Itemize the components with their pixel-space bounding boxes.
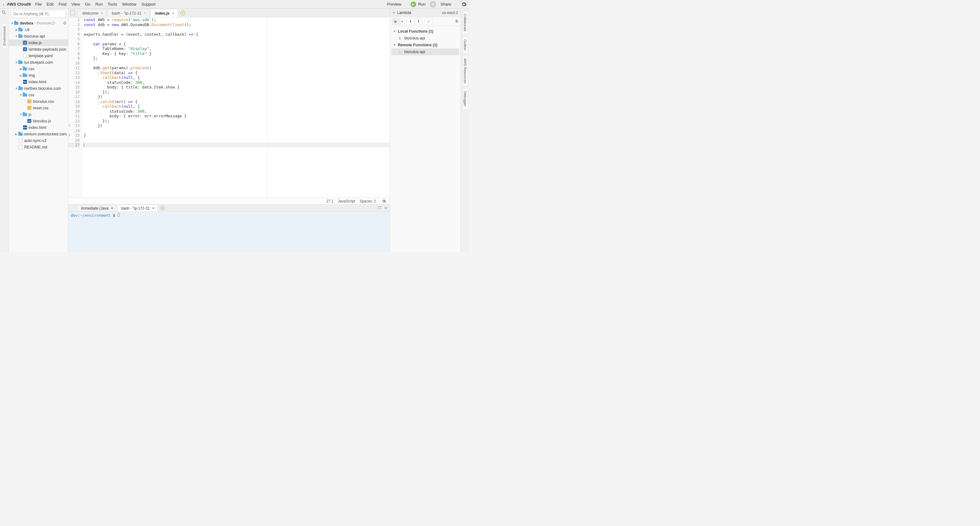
close-tab-icon[interactable]: × (144, 11, 146, 16)
upload-icon[interactable]: ⬆ (415, 18, 422, 25)
line-number[interactable]: 22 (68, 119, 80, 124)
line-number[interactable]: 10 (68, 61, 80, 66)
editor-tab[interactable]: Welcome× (78, 9, 107, 17)
file-tree[interactable]: ▼devbox - /home/ec2-⚙▶.c9▼bioculus-api◇i… (9, 19, 68, 252)
code-line[interactable]: }; (84, 56, 390, 61)
code-line[interactable]: }) (84, 123, 390, 128)
line-number[interactable]: 18 (68, 99, 80, 104)
spaces-setting[interactable]: Spaces: 2 (360, 199, 376, 203)
code-line[interactable]: Key: { key: "title" } (84, 51, 390, 56)
menu-view[interactable]: View (72, 2, 80, 6)
line-number[interactable]: 16 (68, 90, 80, 95)
tree-item[interactable]: ▶css (9, 65, 68, 72)
tree-item[interactable]: ▶img (9, 72, 68, 78)
tree-root[interactable]: ▼devbox - /home/ec2-⚙ (9, 20, 68, 26)
tree-item[interactable]: htmindex.html (9, 124, 68, 131)
tree-item[interactable]: bioculus.css (9, 98, 68, 105)
code-line[interactable] (84, 128, 390, 133)
code-line[interactable]: statusCode: 200, (84, 80, 390, 85)
line-number[interactable]: 26 (68, 138, 80, 143)
menu-tools[interactable]: Tools (108, 2, 117, 6)
tree-item[interactable]: ▼narthex.bioculus.com (9, 85, 68, 92)
goto-input[interactable] (11, 10, 66, 18)
menu-edit[interactable]: Edit (46, 2, 53, 6)
caret-down-icon[interactable]: ▼ (19, 113, 22, 116)
line-number[interactable]: 3 (68, 27, 80, 32)
tree-item[interactable]: ▶xenium.overclocked.com (9, 131, 68, 137)
right-rail-tab-outline[interactable]: Outline (462, 36, 468, 54)
line-number[interactable]: 4 (68, 32, 80, 37)
download-icon[interactable]: ⬇ (407, 18, 414, 25)
search-icon[interactable] (2, 10, 7, 16)
tree-item[interactable]: ◇bioculus.js (9, 118, 68, 124)
preview-menu[interactable]: Preview (387, 2, 401, 6)
editor-tab[interactable]: index.js× (151, 9, 178, 17)
line-number[interactable]: 9 (68, 56, 80, 61)
menu-find[interactable]: Find (59, 2, 67, 6)
code-content[interactable]: const AWS = require('aws-sdk');const ddb… (82, 18, 390, 198)
code-line[interactable]: statusCode: 500, (84, 109, 390, 114)
line-number[interactable]: 13 (68, 75, 80, 80)
right-rail-tab-collaborate[interactable]: Collaborate (462, 11, 468, 35)
caret-down-icon[interactable]: ▼ (11, 22, 14, 25)
new-terminal-icon[interactable]: + (160, 206, 164, 210)
line-number[interactable]: 7 (68, 46, 80, 51)
line-number[interactable]: 24 (68, 128, 80, 133)
caret-right-icon[interactable]: ▶ (19, 74, 22, 77)
lambda-function[interactable]: λbioculus-api (391, 48, 459, 55)
code-line[interactable]: }) (84, 94, 390, 99)
cursor-position[interactable]: 27:1 (326, 199, 333, 203)
run-button[interactable]: ▶ Run (410, 2, 425, 7)
line-number[interactable]: 23 (68, 123, 80, 128)
caret-down-icon[interactable]: ▼ (15, 87, 18, 90)
tree-item[interactable]: ▼css (9, 92, 68, 98)
language-mode[interactable]: JavaScript (338, 199, 355, 203)
tree-item[interactable]: template.yaml (9, 53, 68, 59)
tree-item[interactable]: ▶.c9 (9, 26, 68, 33)
close-tab-icon[interactable]: × (111, 206, 113, 210)
code-line[interactable]: body: { title: data.Item.show } (84, 85, 390, 90)
code-line[interactable]: ddb.get(params).promise() (84, 65, 390, 70)
code-line[interactable]: .catch((err) => { (84, 99, 390, 104)
line-number[interactable]: 15 (68, 85, 80, 90)
run-dropdown-icon[interactable]: ▾ (400, 18, 404, 25)
bottom-tab[interactable]: Immediate (Java× (77, 205, 117, 212)
tree-item[interactable]: ◇index.js (9, 40, 68, 46)
code-line[interactable]: var params = { (84, 41, 390, 46)
tree-item[interactable]: README.md (9, 144, 68, 150)
right-rail-tab-debugger[interactable]: Debugger (462, 88, 468, 110)
goto-anything[interactable] (11, 10, 66, 18)
tree-item[interactable]: ▼lux.bluejack.com (9, 59, 68, 65)
code-line[interactable] (84, 61, 390, 66)
avatar[interactable]: D (430, 1, 436, 8)
code-line[interactable] (84, 142, 390, 148)
right-rail-tab-aws-resources[interactable]: AWS Resources (462, 55, 468, 87)
tree-item[interactable]: ▼bioculus-api (9, 33, 68, 40)
caret-down-icon[interactable]: ▼ (15, 35, 18, 38)
status-gear-icon[interactable] (380, 198, 387, 205)
code-line[interactable]: }); (84, 119, 390, 124)
share-button[interactable]: Share (440, 2, 451, 6)
caret-down-icon[interactable]: ▼ (19, 94, 22, 97)
tree-item[interactable]: ▼js (9, 111, 68, 118)
line-number[interactable]: 5 (68, 37, 80, 41)
gear-icon[interactable] (461, 1, 467, 8)
editor-tab[interactable]: bash - "ip-172-31× (107, 9, 150, 17)
close-panel-icon[interactable]: ✕ (384, 206, 387, 210)
close-tab-icon[interactable]: × (172, 11, 174, 16)
run-lambda-icon[interactable]: ▶ (392, 18, 399, 25)
menu-run[interactable]: Run (95, 2, 103, 6)
tree-item[interactable]: htmindex.html (9, 78, 68, 85)
code-line[interactable]: exports.handler = (event, context, callb… (84, 32, 390, 37)
lambda-header[interactable]: ▼ Lambda us-east-2 (390, 9, 461, 17)
caret-right-icon[interactable]: ▶ (15, 132, 18, 136)
line-number[interactable]: 21 (68, 114, 80, 119)
line-number[interactable]: 19 (68, 104, 80, 109)
lambda-region[interactable]: us-east-2 (442, 11, 458, 15)
code-line[interactable]: .then((data) => { (84, 70, 390, 75)
caret-down-icon[interactable]: ▼ (15, 61, 18, 64)
code-line[interactable]: }); (84, 90, 390, 95)
tree-item[interactable]: ◇lambda-payloads.json (9, 46, 68, 53)
maximize-icon[interactable]: ❐ (378, 206, 381, 210)
caret-right-icon[interactable]: ▶ (15, 28, 18, 31)
